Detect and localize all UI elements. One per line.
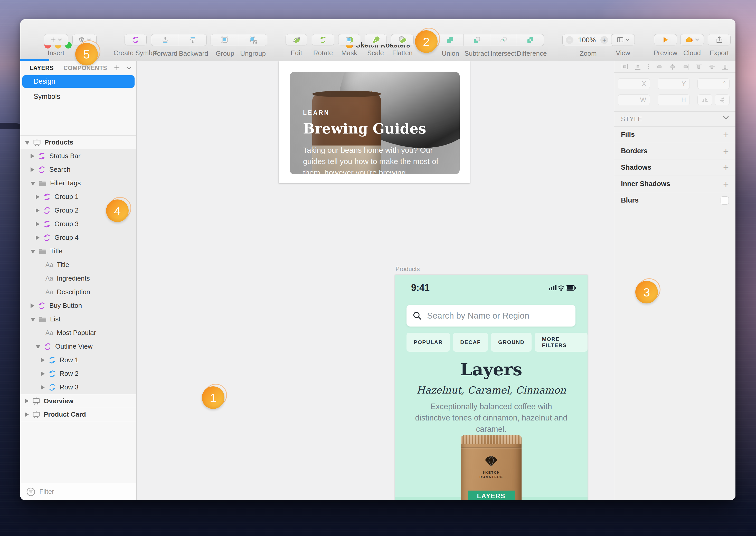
disclosure-open-icon[interactable] <box>36 345 40 349</box>
add-inner-shadow-button[interactable]: + <box>723 180 729 188</box>
layer-row-ingredients[interactable]: Aa Ingredients <box>20 272 136 285</box>
more-options-icon[interactable] <box>647 63 650 71</box>
align-top-icon[interactable] <box>695 63 703 71</box>
filter-chip-popular[interactable]: POPULAR <box>406 333 450 352</box>
toolbar-ungroup[interactable] <box>239 34 267 46</box>
toolbar-mask[interactable]: Mask <box>338 34 360 57</box>
add-page-button[interactable] <box>114 65 120 71</box>
toolbar-view[interactable]: View <box>611 34 635 57</box>
pages-chevron-icon[interactable] <box>126 67 131 70</box>
filter-chip-more-filters[interactable]: MORE FILTERS <box>534 333 588 352</box>
layer-row-status-bar[interactable]: Status Bar <box>20 149 136 163</box>
layer-row-title-text[interactable]: Aa Title <box>20 258 136 272</box>
toolbar-group[interactable] <box>211 34 239 46</box>
toolbar-difference[interactable] <box>517 34 544 46</box>
add-border-button[interactable]: + <box>723 147 729 155</box>
align-middle-vertical-icon[interactable] <box>708 63 716 71</box>
layer-row-product-card[interactable]: Product Card <box>20 408 136 421</box>
align-left-icon[interactable] <box>656 63 663 71</box>
brewing-guides-card[interactable]: LEARN Brewing Guides Taking our beans ho… <box>290 72 460 174</box>
disclosure-closed-icon[interactable] <box>41 385 45 390</box>
layer-row-filter-tags[interactable]: Filter Tags <box>20 176 136 190</box>
zoom-out-button[interactable]: − <box>566 36 573 44</box>
disclosure-open-icon[interactable] <box>31 182 35 185</box>
filter-chip-ground[interactable]: GROUND <box>491 333 532 352</box>
disclosure-open-icon[interactable] <box>31 250 35 253</box>
disclosure-closed-icon[interactable] <box>41 371 45 376</box>
layer-filter-field[interactable]: Filter <box>20 483 136 500</box>
layer-row-title-folder[interactable]: Title <box>20 244 136 258</box>
rotation-field[interactable]: ° <box>698 78 730 89</box>
layer-row-list-folder[interactable]: List <box>20 313 136 326</box>
blurs-checkbox[interactable] <box>721 196 729 205</box>
disclosure-closed-icon[interactable] <box>31 154 34 158</box>
y-position-field[interactable]: Y <box>658 78 690 89</box>
flip-horizontal-button[interactable] <box>698 94 712 105</box>
toolbar-rotate[interactable]: Rotate <box>312 34 334 57</box>
add-shadow-button[interactable]: + <box>723 164 729 172</box>
layer-row-most-popular[interactable]: Aa Most Popular <box>20 326 136 340</box>
disclosure-closed-icon[interactable] <box>25 399 29 403</box>
disclosure-closed-icon[interactable] <box>36 195 40 199</box>
tab-components[interactable]: COMPONENTS <box>63 65 107 72</box>
disclosure-closed-icon[interactable] <box>36 235 40 240</box>
zoom-in-button[interactable]: + <box>601 36 608 44</box>
style-collapse-chevron[interactable] <box>723 116 729 119</box>
disclosure-closed-icon[interactable] <box>36 208 40 213</box>
disclosure-closed-icon[interactable] <box>41 358 45 362</box>
layer-row-buy-button[interactable]: Buy Button <box>20 299 136 313</box>
width-field[interactable]: W <box>618 94 650 105</box>
canvas[interactable]: LEARN Brewing Guides Taking our beans ho… <box>137 61 614 500</box>
create-symbol-icon <box>131 36 140 44</box>
flip-vertical-button[interactable] <box>715 94 730 105</box>
align-right-icon[interactable] <box>682 63 690 71</box>
toolbar-scale[interactable]: Scale <box>365 34 387 57</box>
distribute-horizontally-icon[interactable] <box>621 63 629 71</box>
toolbar-intersect[interactable] <box>490 34 517 46</box>
card-body: Taking our beans home with you? Our guid… <box>303 145 447 174</box>
x-position-field[interactable]: X <box>618 78 650 89</box>
filter-chip-decaf[interactable]: DECAF <box>453 333 488 352</box>
subtract-icon <box>473 36 481 44</box>
tab-layers[interactable]: LAYERS <box>29 65 54 72</box>
disclosure-closed-icon[interactable] <box>31 303 34 308</box>
layer-row-row-1[interactable]: Row 1 <box>20 353 136 367</box>
page-item-design[interactable]: Design <box>22 75 135 88</box>
toolbar-edit[interactable]: Edit <box>286 34 307 57</box>
distribute-vertically-icon[interactable] <box>634 63 642 71</box>
disclosure-closed-icon[interactable] <box>25 412 29 417</box>
disclosure-closed-icon[interactable] <box>36 222 40 226</box>
toolbar-export[interactable]: Export <box>708 34 731 57</box>
layer-row-search[interactable]: Search <box>20 163 136 176</box>
align-center-horizontal-icon[interactable] <box>669 63 676 71</box>
search-input[interactable]: Search by Name or Region <box>406 305 575 326</box>
toolbar-insert[interactable]: Insert <box>44 34 68 57</box>
toolbar-preview[interactable]: Preview <box>654 34 677 57</box>
intersect-label: Intersect <box>490 50 517 57</box>
toolbar-cloud[interactable]: Cloud <box>680 34 704 57</box>
layer-row-group-4[interactable]: Group 4 <box>20 231 136 244</box>
artboard-title-products[interactable]: Products <box>395 265 420 273</box>
height-field[interactable]: H <box>658 94 690 105</box>
add-fill-button[interactable]: + <box>723 131 729 139</box>
artboard-learn[interactable]: LEARN Brewing Guides Taking our beans ho… <box>279 61 470 183</box>
toolbar-subtract[interactable] <box>463 34 490 46</box>
layer-row-row-2[interactable]: Row 2 <box>20 367 136 381</box>
align-bottom-icon[interactable] <box>721 63 729 71</box>
layer-row-overview[interactable]: Overview <box>20 394 136 408</box>
toolbar-flatten[interactable]: Flatten <box>391 34 414 57</box>
flatten-icon <box>398 36 406 44</box>
layer-row-outline-view[interactable]: Outline View <box>20 340 136 353</box>
difference-label: Difference <box>517 50 543 57</box>
toolbar-union[interactable] <box>437 34 463 46</box>
disclosure-closed-icon[interactable] <box>31 167 34 172</box>
layer-row-row-3[interactable]: Row 3 <box>20 381 136 394</box>
layer-row-products[interactable]: Products <box>20 136 136 149</box>
toolbar-backward[interactable] <box>179 34 206 46</box>
layer-row-description[interactable]: Aa Description <box>20 285 136 299</box>
disclosure-open-icon[interactable] <box>31 318 35 322</box>
toolbar-forward[interactable] <box>151 34 179 46</box>
artboard-products[interactable]: 9:41 <box>395 275 588 500</box>
page-item-symbols[interactable]: Symbols <box>34 91 60 102</box>
disclosure-open-icon[interactable] <box>25 141 29 145</box>
